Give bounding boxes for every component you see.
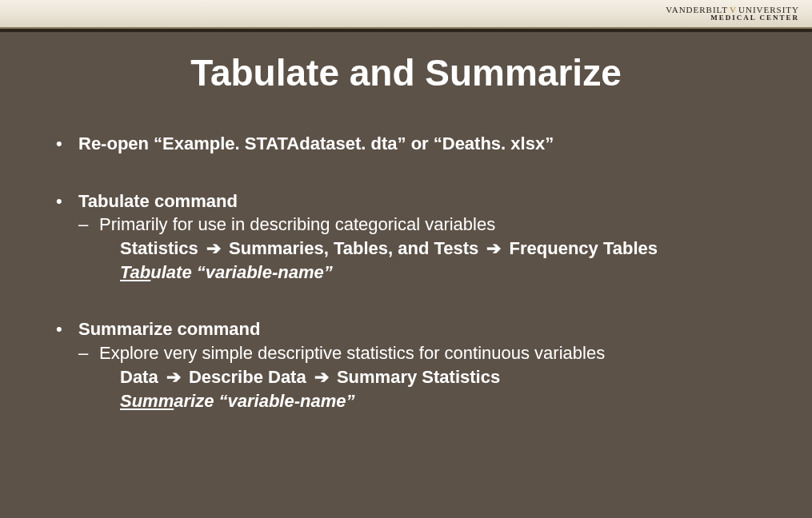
path-seg: Describe Data — [189, 367, 306, 387]
arrow-icon: ➔ — [163, 367, 184, 387]
slide: VANDERBILTVUNIVERSITY MEDICAL CENTER Tab… — [0, 0, 812, 518]
slide-body: • Re-open “Example. STATAdataset. dta” o… — [56, 132, 764, 446]
bullet-icon: • — [56, 132, 78, 156]
bullet-group-2: • Tabulate command – Primarily for use i… — [56, 189, 764, 285]
path-seg: Frequency Tables — [510, 238, 658, 258]
path-seg: Summary Statistics — [337, 367, 500, 387]
bullet-2-head: Tabulate command — [78, 189, 238, 213]
bullet-3-sub: Explore very simple descriptive statisti… — [99, 341, 605, 365]
bullet-3-path: Data ➔ Describe Data ➔ Summary Statistic… — [120, 365, 764, 389]
bullet-icon: • — [56, 317, 78, 341]
cmd-underline: Summ — [120, 391, 174, 411]
slide-title: Tabulate and Summarize — [0, 51, 812, 94]
bullet-3-command: Summarize “variable-name” — [120, 389, 764, 413]
top-bar: VANDERBILTVUNIVERSITY MEDICAL CENTER — [0, 0, 812, 29]
cmd-rest: arize “variable-name” — [174, 391, 354, 411]
dash-icon: – — [78, 341, 99, 365]
path-seg: Statistics — [120, 238, 198, 258]
cmd-rest: ulate “variable-name” — [150, 262, 332, 282]
bullet-2-sub: Primarily for use in describing categori… — [99, 213, 495, 237]
bullet-2-command: Tabulate “variable-name” — [120, 261, 764, 285]
bullet-1-text: Re-open “Example. STATAdataset. dta” or … — [78, 132, 554, 156]
dash-icon: – — [78, 213, 99, 237]
bullet-icon: • — [56, 189, 78, 213]
brand-logo: VANDERBILTVUNIVERSITY MEDICAL CENTER — [666, 5, 799, 22]
arrow-icon: ➔ — [311, 367, 332, 387]
bullet-2-path: Statistics ➔ Summaries, Tables, and Test… — [120, 237, 764, 261]
bullet-3-head: Summarize command — [78, 317, 260, 341]
cmd-underline: Tab — [120, 262, 150, 282]
path-seg: Data — [120, 367, 158, 387]
path-seg: Summaries, Tables, and Tests — [229, 238, 478, 258]
arrow-icon: ➔ — [203, 238, 224, 258]
arrow-icon: ➔ — [483, 238, 504, 258]
brand-subtext: MEDICAL CENTER — [666, 14, 799, 22]
bullet-group-3: • Summarize command – Explore very simpl… — [56, 317, 764, 412]
bullet-group-1: • Re-open “Example. STATAdataset. dta” o… — [56, 132, 764, 156]
